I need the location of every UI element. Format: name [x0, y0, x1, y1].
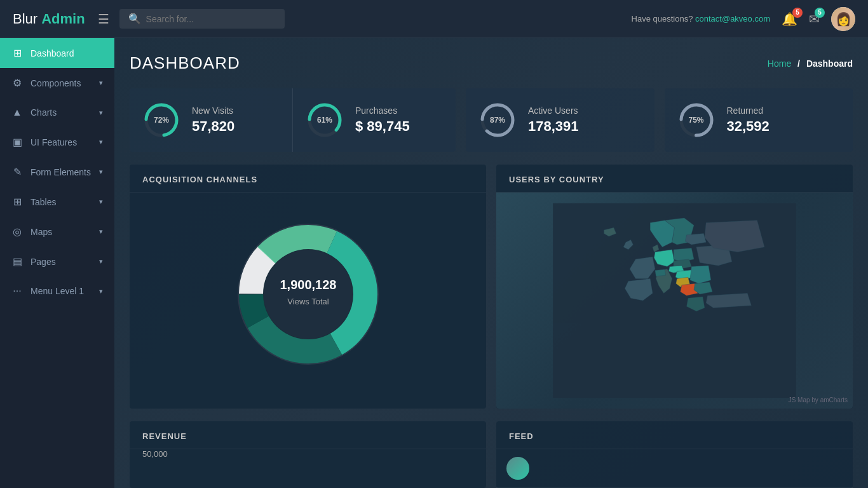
sidebar-item-ui-features[interactable]: ▣ UI Features ▾: [0, 127, 114, 157]
ui-features-icon: ▣: [11, 136, 23, 148]
feed-card: FEED: [496, 421, 853, 488]
purchases-info: Purchases $ 89,745: [355, 105, 410, 135]
returned-value: 32,592: [727, 118, 770, 135]
sidebar-label-form-elements: Form Elements: [31, 167, 92, 177]
purchases-donut: 61%: [306, 101, 344, 139]
returned-donut: 75%: [677, 101, 715, 139]
purchases-percent: 61%: [317, 116, 332, 125]
search-input[interactable]: [146, 14, 273, 24]
avatar-image: 👩: [831, 7, 855, 31]
purchases-label: Purchases: [355, 105, 410, 116]
sidebar: ⊞ Dashboard ⚙ Components ▾ ▲ Charts ▾ ▣ …: [0, 38, 114, 488]
sidebar-item-components[interactable]: ⚙ Components ▾: [0, 68, 114, 98]
chevron-down-icon: ▾: [99, 257, 103, 266]
returned-percent: 75%: [688, 116, 703, 125]
active-users-value: 178,391: [528, 118, 579, 135]
menu-level-icon: ···: [11, 285, 23, 297]
stat-returned: 75% Returned 32,592: [665, 88, 853, 152]
search-bar[interactable]: 🔍: [119, 9, 285, 29]
bottom-row: REVENUE 50,000 FEED: [130, 421, 853, 488]
sidebar-item-charts[interactable]: ▲ Charts ▾: [0, 98, 114, 127]
mail-badge: 5: [815, 8, 825, 18]
svg-point-14: [264, 250, 353, 339]
breadcrumb-separator: /: [797, 58, 803, 69]
breadcrumb-current: Dashboard: [806, 58, 853, 69]
returned-label: Returned: [727, 105, 770, 116]
sidebar-label-components: Components: [31, 78, 92, 88]
users-by-country-card: USERS BY COUNTRY: [496, 165, 853, 409]
stats-row: 72% New Visits 57,820: [130, 88, 853, 152]
sidebar-label-maps: Maps: [31, 227, 92, 237]
search-icon: 🔍: [128, 13, 141, 25]
page-header: DASHBOARD Home / Dashboard: [130, 53, 853, 73]
brand-logo[interactable]: BlurAdmin: [13, 11, 85, 27]
sidebar-item-dashboard[interactable]: ⊞ Dashboard: [0, 38, 114, 68]
messages-button[interactable]: ✉ 5: [809, 11, 820, 27]
charts-row: ACQUISITION CHANNELS: [130, 165, 853, 409]
stats-card-left-pair: 72% New Visits 57,820: [130, 88, 456, 152]
stat-active-users: 87% Active Users 178,391: [466, 88, 654, 152]
new-visits-info: New Visits 57,820: [192, 105, 234, 135]
purchases-value: $ 89,745: [355, 118, 410, 135]
chevron-down-icon: ▾: [99, 287, 103, 295]
breadcrumb-home-link[interactable]: Home: [768, 58, 791, 69]
active-users-percent: 87%: [490, 116, 505, 125]
chevron-down-icon: ▾: [99, 198, 103, 206]
tables-icon: ⊞: [11, 196, 23, 208]
have-questions-text: Have questions? contact@akveo.com: [632, 14, 770, 24]
sidebar-item-menu-level-1[interactable]: ··· Menu Level 1 ▾: [0, 276, 114, 306]
sidebar-label-tables: Tables: [31, 197, 92, 207]
users-by-country-map: JS Map by amCharts: [496, 193, 853, 409]
acquisition-donut-chart: 1,900,128 Views Total: [219, 205, 397, 386]
sidebar-item-tables[interactable]: ⊞ Tables ▾: [0, 187, 114, 217]
stat-new-visits: 72% New Visits 57,820: [130, 88, 293, 152]
sidebar-label-menu-level-1: Menu Level 1: [31, 286, 92, 296]
charts-icon: ▲: [11, 107, 23, 118]
page-layout: ⊞ Dashboard ⚙ Components ▾ ▲ Charts ▾ ▣ …: [0, 38, 868, 488]
new-visits-percent: 72%: [154, 116, 169, 125]
contact-email-link[interactable]: contact@akveo.com: [695, 14, 770, 24]
active-users-info: Active Users 178,391: [528, 105, 579, 135]
hamburger-menu-icon[interactable]: ☰: [98, 11, 109, 27]
main-content: DASHBOARD Home / Dashboard: [114, 38, 868, 488]
notification-badge: 5: [792, 8, 803, 18]
map-attribution: JS Map by amCharts: [789, 396, 848, 403]
sidebar-item-pages[interactable]: ▤ Pages ▾: [0, 247, 114, 276]
breadcrumb: Home / Dashboard: [768, 58, 853, 69]
page-title: DASHBOARD: [130, 53, 240, 73]
sidebar-label-dashboard: Dashboard: [31, 48, 103, 58]
returned-info: Returned 32,592: [727, 105, 770, 135]
sidebar-label-pages: Pages: [31, 257, 92, 267]
stat-purchases: 61% Purchases $ 89,745: [293, 88, 456, 152]
pages-icon: ▤: [11, 255, 23, 268]
dashboard-icon: ⊞: [11, 47, 23, 59]
chevron-down-icon: ▾: [99, 227, 103, 236]
acquisition-chart-body: 1,900,128 Views Total: [130, 193, 486, 392]
new-visits-label: New Visits: [192, 105, 234, 116]
sidebar-label-charts: Charts: [31, 107, 92, 118]
svg-text:Views Total: Views Total: [287, 297, 329, 306]
feed-item: [496, 449, 853, 488]
brand-admin: Admin: [41, 11, 85, 27]
acquisition-title: ACQUISITION CHANNELS: [130, 165, 486, 193]
chevron-down-icon: ▾: [99, 79, 103, 87]
sidebar-item-maps[interactable]: ◎ Maps ▾: [0, 217, 114, 247]
form-elements-icon: ✎: [11, 166, 23, 178]
maps-icon: ◎: [11, 226, 23, 238]
notifications-button[interactable]: 🔔 5: [782, 11, 797, 27]
active-users-label: Active Users: [528, 105, 579, 116]
acquisition-channels-card: ACQUISITION CHANNELS: [130, 165, 486, 409]
new-visits-value: 57,820: [192, 118, 234, 135]
components-icon: ⚙: [11, 77, 23, 89]
main-inner: DASHBOARD Home / Dashboard: [114, 38, 868, 488]
chevron-down-icon: ▾: [99, 109, 103, 117]
revenue-y-label: 50,000: [130, 449, 486, 466]
user-avatar[interactable]: 👩: [831, 7, 855, 31]
sidebar-item-form-elements[interactable]: ✎ Form Elements ▾: [0, 157, 114, 187]
brand-blur: Blur: [13, 11, 37, 27]
new-visits-donut: 72%: [142, 101, 180, 139]
sidebar-label-ui-features: UI Features: [31, 137, 92, 147]
topnav-right: Have questions? contact@akveo.com 🔔 5 ✉ …: [632, 7, 855, 31]
revenue-card: REVENUE 50,000: [130, 421, 486, 488]
active-users-donut: 87%: [478, 101, 517, 139]
